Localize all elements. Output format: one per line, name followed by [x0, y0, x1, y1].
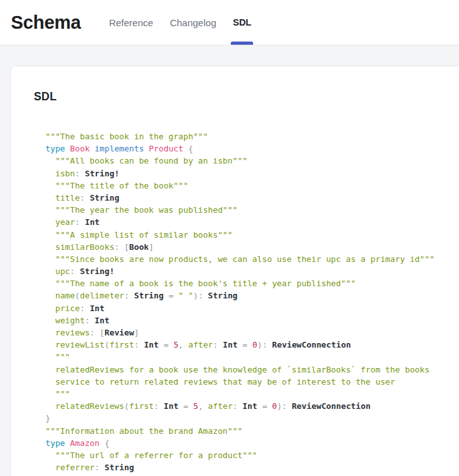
code-line: type Amazon { — [45, 437, 459, 449]
code-line: name(delimeter: String = " "): String — [45, 289, 459, 302]
code-line: upc: String! — [45, 265, 459, 277]
code-line: price: Int — [45, 302, 459, 314]
code-line: """The basic book in the graph""" — [45, 130, 459, 142]
tab-sdl[interactable]: SDL — [224, 0, 260, 45]
code-line: relatedReviews for a book use the knowle… — [45, 364, 459, 376]
code-line: service to return related reviews that m… — [45, 376, 459, 388]
code-line: """All books can be found by an isbn""" — [45, 155, 459, 167]
code-line: type Book implements Product { — [45, 142, 459, 155]
code-line: year: Int — [45, 216, 459, 228]
tab-reference[interactable]: Reference — [100, 0, 161, 45]
code-line: reviewList(first: Int = 5, after: Int = … — [45, 339, 459, 351]
code-line: similarBooks: [Book] — [45, 241, 459, 253]
page-header: Schema Reference Changelog SDL — [0, 0, 459, 45]
code-line: reviews: [Review] — [45, 326, 459, 339]
code-line: """The title of the book""" — [45, 180, 459, 192]
code-line: """ — [45, 388, 459, 400]
code-line: """ — [45, 351, 459, 363]
main-area: SDL """The basic book in the graph"""typ… — [0, 45, 459, 476]
sdl-code: """The basic book in the graph"""type Bo… — [45, 130, 459, 476]
code-line: } — [45, 473, 459, 476]
code-line: } — [45, 412, 459, 424]
tab-sdl-label: SDL — [233, 17, 251, 27]
tab-changelog[interactable]: Changelog — [162, 0, 225, 45]
tab-bar: Reference Changelog SDL — [100, 0, 260, 45]
page-title: Schema — [11, 12, 81, 33]
code-line: """Information about the brand Amazon""" — [45, 425, 459, 437]
code-line: isbn: String! — [45, 167, 459, 180]
code-line: """Since books are now products, we can … — [45, 253, 459, 265]
tab-changelog-label: Changelog — [170, 17, 217, 28]
code-line: """The name of a book is the book's titl… — [45, 277, 459, 289]
code-line: relatedReviews(first: Int = 5, after: In… — [45, 400, 459, 412]
sdl-panel-heading: SDL — [34, 90, 459, 104]
sdl-panel: SDL """The basic book in the graph"""typ… — [10, 66, 459, 476]
code-line: referrer: String — [45, 461, 459, 473]
code-line: """The url of a referrer for a product""… — [45, 449, 459, 461]
code-line: weight: Int — [45, 314, 459, 326]
code-line: title: String — [45, 192, 459, 204]
code-line: """A simple list of similar books""" — [45, 229, 459, 241]
tab-reference-label: Reference — [109, 17, 153, 28]
active-tab-underline — [231, 42, 253, 45]
code-line: """The year the book was published""" — [45, 204, 459, 216]
